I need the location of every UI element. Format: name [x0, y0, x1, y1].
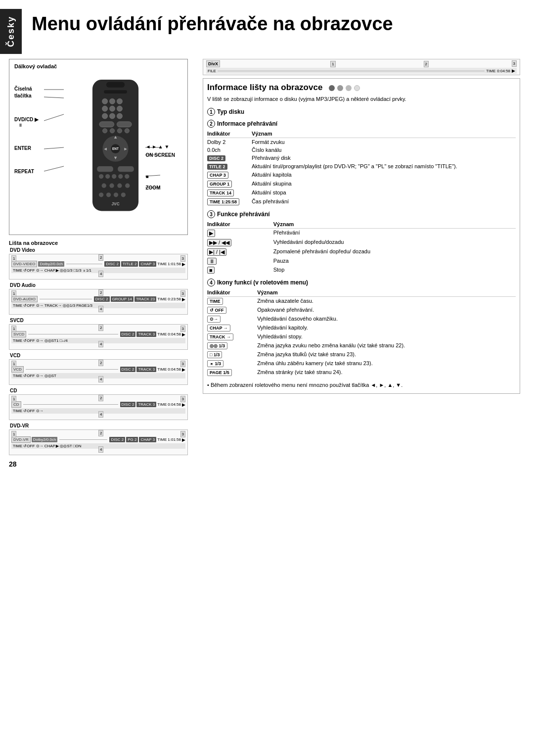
section-2-table: Indikátor Význam Dolby 2 Formát zvuku 0.…: [207, 130, 516, 206]
table-row: TIME Změna ukazatele času.: [207, 297, 516, 306]
cd-bar2-n4: 4: [98, 411, 103, 418]
divx-n3: 3: [512, 60, 517, 67]
svg-point-44: [121, 192, 126, 197]
page-number: 28: [9, 460, 188, 468]
dvd-vr-arrow: ▶: [182, 437, 185, 442]
dvd-audio-time-label: TIME: [157, 297, 167, 301]
vyznam-page: Změna stránky (viz také stranu 24).: [257, 368, 516, 377]
svg-point-16: [117, 113, 123, 119]
svg-point-22: [125, 129, 130, 133]
svcd-display: 1 2 3 1 SVCD DISC 2 TRACK 3 TIME 0:04:58…: [9, 324, 188, 350]
svg-point-34: [112, 174, 116, 179]
cd-track: TRACK 3: [136, 402, 156, 407]
svg-rect-18: [117, 122, 132, 127]
svg-rect-17: [99, 122, 114, 127]
svg-point-11: [102, 106, 108, 111]
dvd-vr-n3: 3: [180, 431, 185, 437]
indicator-off: ↺ OFF: [207, 306, 257, 315]
svcd-arrow: ▶: [182, 332, 185, 337]
table-row: ▶▶ / ◀◀ Vyhledávání dopředu/dozadu: [207, 238, 516, 247]
vyznam-time: Čas přehrávání: [252, 197, 516, 206]
screen-section: Lišta na obrazovce DVD Video 1 2 3 1 DVD…: [9, 240, 188, 455]
label-enter: ENTER: [14, 145, 31, 151]
svcd-n3: 3: [180, 326, 185, 332]
svg-point-41: [99, 192, 103, 197]
col-indikator-2: Indikátor: [207, 130, 252, 138]
remote-box: Dálkový ovladač Číselná tlačítka DVD/CD …: [9, 59, 188, 235]
svg-point-12: [110, 106, 115, 111]
vyznam-angle: Změna úhlu záběru kamery (viz také stran…: [257, 359, 516, 368]
section-ikony: 4 Ikony funkcí (v roletovém menu) Indiká…: [207, 279, 516, 377]
vyznam-off: Opakované přehrávání.: [257, 306, 516, 315]
svg-point-8: [102, 98, 108, 104]
dvd-audio-bar2-n4: 4: [98, 306, 103, 312]
divx-n2: 2: [424, 61, 429, 67]
dvd-vr-n2: 2: [98, 430, 103, 436]
vcd-track: TRACK 3: [136, 367, 156, 372]
table-row: TITLE 2 Aktuální tirul/program/playlist …: [207, 162, 516, 171]
vcd-bar2-n4: 4: [98, 376, 103, 382]
dot-2: [337, 85, 343, 91]
label-dvdcd: DVD/CD ▶⏸: [14, 117, 39, 128]
dvd-vr-display: 1 2 3 1 DVD-VR Dolby2/0.0ch DISC 2 PG 2 …: [9, 429, 188, 455]
svg-line-1: [44, 97, 64, 98]
svg-point-15: [110, 113, 115, 119]
dvd-audio-time-val: 0:23:58: [168, 297, 181, 301]
table-row: ▶| / |◀ Zpomalené přehrávání dopředu/ do…: [207, 247, 516, 257]
indicator-time-badge: TIME: [207, 297, 257, 306]
svcd-n2: 2: [98, 325, 103, 331]
indicator-play: ▶: [207, 229, 273, 238]
svg-rect-30: [97, 166, 114, 172]
indicator-track-search: TRACK →: [207, 332, 257, 341]
table-row: Dolby 2 Formát zvuku: [207, 138, 516, 146]
screen-section-title: Lišta na obrazovce: [9, 240, 188, 246]
dvd-video-chap: CHAP 3: [139, 261, 156, 267]
table-row: CHAP → Vyhledávání kapitoly.: [207, 324, 516, 332]
dvd-video-display: 1 2 3 1 DVD-VIDEO Dolby2/0.0ch DISC 2 TI…: [9, 254, 188, 280]
section-info-prehravani: 2 Informace přehrávání Indikátor Význam …: [207, 120, 516, 206]
svcd-time-label: TIME: [157, 332, 167, 336]
svg-line-4: [44, 166, 64, 171]
section-1-title: 1 Typ disku: [207, 108, 516, 116]
remote-body-svg: ▲ ▼ ◄ ► ENT: [86, 72, 145, 221]
divx-arrow: ▶: [512, 68, 515, 73]
dvd-video-title-badge: TITLE 2: [121, 261, 138, 267]
table-row: ◎◎ 1/3 Změna jazyka zvuku nebo změna kan…: [207, 341, 516, 350]
label-tlacitka: tlačítka: [14, 93, 31, 98]
svg-text:JVC: JVC: [112, 201, 120, 206]
dvd-audio-disc: DISC 2: [94, 296, 110, 302]
vyznam-audio-lang: Změna jazyka zvuku nebo změna kanálu (vi…: [257, 341, 516, 350]
section-4-table: Indikátor Význam TIME Změna ukazatele ča…: [207, 288, 516, 377]
section-3-num: 3: [207, 210, 215, 218]
vcd-time-val: 0:04:58: [168, 367, 181, 372]
vyznam-play: Přehrávání: [273, 229, 516, 238]
dvd-video-disc: DISC 2: [104, 261, 120, 267]
vyznam-time-badge: Změna ukazatele času.: [257, 297, 516, 306]
dvd-audio-title: DVD Audio: [10, 283, 188, 288]
divx-n1: 1: [330, 61, 335, 67]
cd-n2: 2: [98, 395, 103, 401]
svcd-title: SVCD: [10, 318, 188, 323]
divx-section: DivX 1 2 3 FILE TIME 0:04:58 ▶: [203, 59, 520, 75]
dvd-vr-disc: DISC 2: [109, 437, 125, 442]
dvd-audio-bar2-content: TIME ↺OFF ⊙→ TRACK→ ◎◎1/3 PAGE1/3: [13, 303, 92, 308]
svg-line-2: [44, 114, 64, 121]
vyznam-track-search: Vyhledávání stopy.: [257, 332, 516, 341]
dvd-video-n3: 3: [180, 255, 185, 262]
table-row: 0.0ch Číslo kanálu: [207, 146, 516, 154]
dvd-video-time-label: TIME: [157, 262, 167, 266]
dvd-video-time-val: 1:01:58: [168, 262, 181, 266]
table-row: ⊙→ Vyhledávání časového okamžiku.: [207, 315, 516, 324]
section-3-title: 3 Funkce přehrávání: [207, 210, 516, 218]
indicator-dolby2: Dolby 2: [207, 138, 252, 146]
section-3-table: Indikátor Význam ▶ Přehrávání ▶▶ / ◀◀ Vy…: [207, 220, 516, 275]
vyznam-group1: Aktuální skupina: [252, 180, 516, 189]
svg-text:ENT: ENT: [112, 147, 119, 150]
cd-time-label: TIME: [157, 402, 167, 407]
vcd-bar2-content: TIME ↺OFF ⊙→ ◎◎ST: [13, 374, 56, 378]
table-row: DISC 2 Přehrávaný disk: [207, 154, 516, 162]
svg-point-20: [110, 129, 115, 133]
table-row: ▶ Přehrávání: [207, 229, 516, 238]
label-repeat: REPEAT: [14, 169, 34, 174]
indicator-chap-search: CHAP →: [207, 324, 257, 332]
